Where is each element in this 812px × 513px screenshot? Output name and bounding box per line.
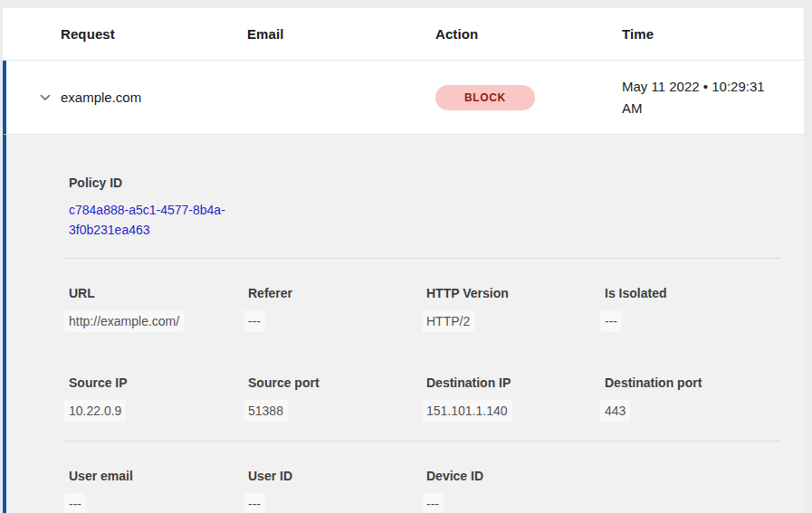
- policy-id-label: Policy ID: [69, 174, 780, 192]
- field-label: Source IP: [69, 374, 248, 392]
- field-label: Device ID: [426, 467, 605, 485]
- column-header-email: Email: [247, 26, 435, 42]
- section-divider: [63, 441, 780, 442]
- field-label: User email: [69, 467, 248, 485]
- field-label: Source port: [248, 374, 426, 392]
- column-header-action: Action: [435, 26, 622, 42]
- table-header: Request Email Action Time: [3, 8, 804, 61]
- section-divider: [63, 258, 780, 259]
- field-empty: [605, 467, 780, 513]
- field-device-id: Device ID ---: [426, 467, 605, 513]
- field-label: Referer: [248, 284, 426, 302]
- field-referer: Referer ---: [248, 284, 426, 332]
- field-label: Is Isolated: [605, 284, 780, 302]
- field-destination-port: Destination port 443: [605, 374, 780, 422]
- chevron-down-icon[interactable]: [38, 90, 53, 105]
- field-value: ---: [64, 493, 86, 513]
- column-header-request: Request: [61, 26, 247, 42]
- field-value: HTTP/2: [422, 310, 474, 332]
- detail-fields-row: User email --- User ID --- Device ID ---: [69, 467, 780, 513]
- field-value: http://example.com/: [64, 310, 184, 332]
- field-label: User ID: [248, 467, 426, 485]
- field-value: ---: [600, 310, 622, 332]
- field-value: 10.22.0.9: [64, 400, 126, 422]
- field-value: ---: [422, 493, 444, 513]
- field-label: HTTP Version: [426, 284, 605, 302]
- policy-section: Policy ID c784a888-a5c1-4577-8b4a-3f0b23…: [69, 174, 780, 240]
- field-is-isolated: Is Isolated ---: [605, 284, 780, 332]
- field-value: ---: [244, 310, 265, 332]
- field-user-email: User email ---: [69, 467, 248, 513]
- request-cell: example.com: [61, 90, 247, 105]
- field-value: 51388: [244, 400, 288, 422]
- field-label: URL: [69, 284, 248, 302]
- column-header-time: Time: [622, 26, 804, 42]
- table-row[interactable]: example.com BLOCK May 11 2022 • 10:29:31…: [3, 61, 804, 135]
- field-source-port: Source port 51388: [248, 374, 426, 422]
- block-badge: BLOCK: [435, 85, 535, 110]
- field-user-id: User ID ---: [248, 467, 426, 513]
- policy-id-link[interactable]: c784a888-a5c1-4577-8b4a-3f0b231ea463: [69, 200, 250, 240]
- row-detail-panel: Policy ID c784a888-a5c1-4577-8b4a-3f0b23…: [3, 135, 804, 513]
- action-cell: BLOCK: [435, 85, 622, 110]
- field-http-version: HTTP Version HTTP/2: [426, 284, 605, 332]
- detail-fields-row: URL http://example.com/ Referer --- HTTP…: [69, 284, 780, 332]
- field-value: 443: [600, 400, 630, 422]
- field-url: URL http://example.com/: [69, 284, 248, 332]
- field-destination-ip: Destination IP 151.101.1.140: [426, 374, 605, 422]
- field-value: ---: [244, 493, 265, 513]
- field-source-ip: Source IP 10.22.0.9: [69, 374, 248, 422]
- gateway-log-card: Request Email Action Time example.com BL…: [3, 8, 804, 135]
- field-label: Destination IP: [426, 374, 605, 392]
- field-label: Destination port: [605, 374, 780, 392]
- time-cell: May 11 2022 • 10:29:31 AM: [622, 76, 798, 119]
- detail-fields-row: Source IP 10.22.0.9 Source port 51388 De…: [69, 374, 780, 422]
- field-value: 151.101.1.140: [422, 400, 512, 422]
